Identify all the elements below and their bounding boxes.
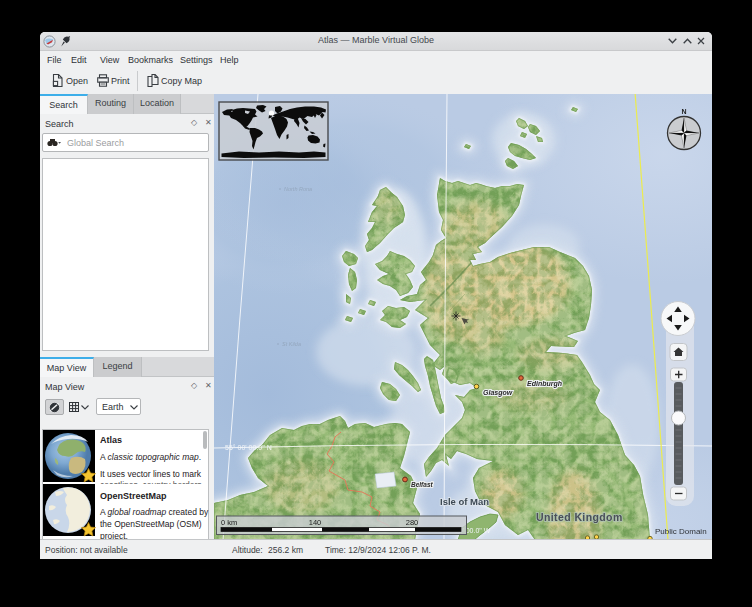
svg-text:Belfast: Belfast	[411, 481, 434, 488]
svg-text:0 km: 0 km	[221, 518, 237, 527]
svg-text:Public Domain: Public Domain	[655, 527, 707, 536]
svg-text:St Kilda: St Kilda	[282, 341, 301, 347]
svg-text:Edinburgh: Edinburgh	[527, 380, 562, 388]
svg-text:North Rona: North Rona	[284, 186, 312, 192]
svg-text:Isle of Man: Isle of Man	[440, 496, 489, 507]
svg-text:N: N	[681, 108, 686, 115]
svg-text:Glasgow: Glasgow	[483, 389, 513, 397]
svg-text:United Kingdom: United Kingdom	[536, 511, 623, 523]
svg-text:280: 280	[406, 518, 419, 527]
svg-text:55° 00' 00.0" N: 55° 00' 00.0" N	[225, 444, 272, 451]
svg-text:140: 140	[309, 518, 322, 527]
